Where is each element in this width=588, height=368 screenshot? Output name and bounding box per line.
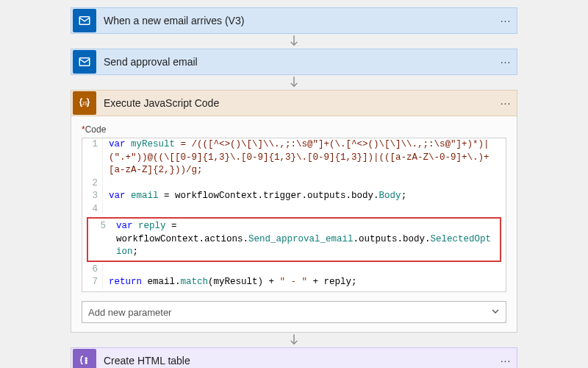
code-line-6 xyxy=(103,263,506,277)
workflow-step-htmltable[interactable]: Create HTML table ··· xyxy=(71,347,517,368)
code-line-7: return email.match(myResult) + " - " + r… xyxy=(103,276,506,289)
outlook-icon xyxy=(73,9,96,32)
step-more-button[interactable]: ··· xyxy=(495,15,517,26)
line-number: 5 xyxy=(90,220,110,233)
step-more-button[interactable]: ··· xyxy=(495,97,517,109)
line-number: 6 xyxy=(82,263,103,277)
step-title: Execute JavaScript Code xyxy=(104,97,495,109)
flow-arrow xyxy=(71,333,517,347)
step-title: When a new email arrives (V3) xyxy=(104,15,495,26)
js-code-icon: JS xyxy=(73,91,96,115)
chevron-down-icon xyxy=(491,307,500,318)
line-number xyxy=(90,233,110,259)
highlight-box: 5var reply = workflowContext.actions.Sen… xyxy=(87,217,501,262)
code-line-3: var email = workflowContext.trigger.outp… xyxy=(103,190,506,203)
outlook-icon xyxy=(73,50,96,74)
flow-arrow xyxy=(71,34,517,49)
code-line-1: var myResult = /(([^<>()\[\]\\.,;:\s@"]+… xyxy=(103,138,506,177)
svg-point-6 xyxy=(85,358,87,359)
step-title: Send approval email xyxy=(104,56,495,68)
line-number: 1 xyxy=(82,138,103,177)
line-number: 4 xyxy=(82,203,103,216)
add-parameter-label: Add new parameter xyxy=(88,307,171,318)
code-line-4 xyxy=(103,203,506,216)
svg-point-7 xyxy=(85,360,87,361)
data-operations-icon xyxy=(73,349,96,368)
code-line-5b: workflowContext.actions.Send_approval_em… xyxy=(110,233,498,259)
line-number: 2 xyxy=(82,177,103,191)
line-number: 3 xyxy=(82,190,103,203)
step-more-button[interactable]: ··· xyxy=(495,355,517,367)
step-title: Create HTML table xyxy=(104,355,495,367)
add-parameter-dropdown[interactable]: Add new parameter xyxy=(82,301,506,323)
svg-text:JS: JS xyxy=(82,101,87,106)
line-number: 7 xyxy=(82,276,103,289)
flow-arrow xyxy=(71,75,517,90)
code-line-2 xyxy=(103,177,506,191)
workflow-step-approval[interactable]: Send approval email ··· xyxy=(71,49,517,75)
code-line-5: var reply = xyxy=(110,220,498,233)
step-more-button[interactable]: ··· xyxy=(495,56,517,68)
code-field-label: Code xyxy=(85,124,107,135)
workflow-step-trigger[interactable]: When a new email arrives (V3) ··· xyxy=(71,7,517,34)
workflow-step-jscode[interactable]: JS Execute JavaScript Code ··· xyxy=(71,90,517,116)
svg-point-8 xyxy=(85,362,87,364)
jscode-panel: *Code 1var myResult = /(([^<>()\[\]\\.,;… xyxy=(71,116,517,333)
code-editor[interactable]: 1var myResult = /(([^<>()\[\]\\.,;:\s@"]… xyxy=(82,138,506,292)
